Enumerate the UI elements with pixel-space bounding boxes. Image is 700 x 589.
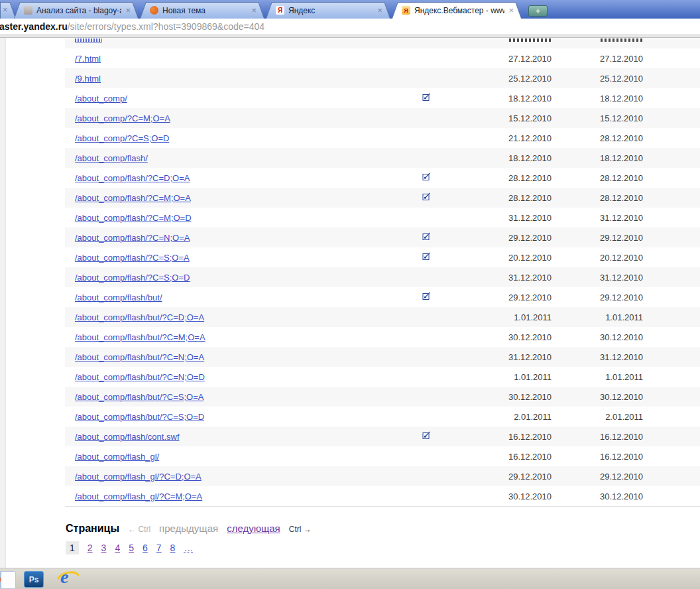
pages-label: Страницы — [66, 523, 119, 535]
note-edit-icon[interactable] — [422, 292, 431, 300]
internet-explorer-icon[interactable]: e — [57, 569, 80, 589]
last-date: 16.12.2010 — [600, 432, 643, 442]
note-edit-icon[interactable] — [422, 192, 431, 201]
first-date: 29.12.2010 — [508, 293, 552, 302]
table-row: /about_comp/flash/?C=N;O=A29.12.201029.1… — [65, 228, 700, 247]
table-row: /about_comp/flash/but/?C=N;O=A31.12.2010… — [65, 347, 700, 367]
prev-page-link-disabled: предыдущая — [159, 523, 218, 534]
table-row: /about_comp/flash/?C=D;O=A28.12.201028.1… — [65, 168, 700, 188]
error-url-link[interactable]: /about_comp/flash/?C=M;O=D — [75, 213, 192, 223]
last-date: 16.12.2010 — [600, 452, 643, 462]
page-number-link[interactable]: 5 — [129, 543, 134, 553]
last-date: 28.12.2010 — [600, 173, 643, 183]
error-url-link[interactable]: /about_comp/flash/?C=M;O=A — [75, 193, 191, 203]
table-row: /about_comp/flash/?C=S;O=D31.12.201031.1… — [65, 267, 700, 287]
left-edge-strip — [0, 38, 6, 568]
table-row: /about_comp/flash_gl/?C=D;O=A29.12.20102… — [65, 466, 700, 486]
error-url-link[interactable]: /about_comp/flash_gl/?C=D;O=A — [75, 472, 202, 482]
error-url-link[interactable]: /7.html — [75, 54, 101, 64]
error-url-link[interactable]: /about_comp/flash_gl/ — [75, 452, 159, 462]
error-url-link[interactable]: /about_comp/flash/?C=N;O=A — [75, 233, 190, 243]
page-number-link[interactable]: 4 — [115, 543, 120, 553]
error-url-link[interactable]: /about_comp/flash_gl/?C=M;O=A — [75, 491, 202, 501]
table-row: /about_comp/?C=S;O=D21.12.201028.12.2010 — [65, 128, 700, 148]
first-date: 1.01.2011 — [514, 312, 552, 322]
error-url-link[interactable]: /about_comp/flash/but/?C=N;O=D — [75, 372, 205, 382]
note-edit-icon[interactable] — [422, 232, 431, 241]
error-url-table: /7.html27.12.201027.12.2010/9.html25.12.… — [65, 38, 700, 507]
error-url-link[interactable]: /about_comp/flash/but/?C=S;O=A — [75, 392, 204, 402]
first-date: 30.12.2010 — [508, 491, 552, 501]
prev-ctrl-hint: ← Ctrl — [128, 525, 150, 534]
page-number-link[interactable]: … — [184, 543, 193, 553]
error-url-link[interactable]: /about_comp/flash/but/?C=S;O=D — [75, 412, 204, 422]
first-date: 20.12.2010 — [508, 253, 552, 263]
error-url-link[interactable]: /about_comp/flash/but/ — [75, 293, 162, 302]
error-url-link[interactable]: /about_comp/?C=S;O=D — [75, 133, 169, 143]
page-number-link[interactable]: 8 — [170, 543, 176, 553]
first-date: 18.12.2010 — [508, 153, 552, 163]
table-row: /7.html27.12.201027.12.2010 — [65, 48, 700, 68]
error-url-link[interactable]: /9.html — [75, 74, 101, 84]
error-url-link[interactable]: /about_comp/?C=M;O=A — [75, 113, 170, 123]
note-edit-icon[interactable] — [422, 172, 431, 181]
first-date: 31.12.2010 — [508, 273, 552, 283]
app-icon-partial[interactable]: ▶ — [0, 571, 20, 588]
new-tab-button[interactable]: + — [528, 5, 548, 17]
error-url-link[interactable]: /about_comp/flash/ — [75, 153, 148, 163]
clipped-date-fragment — [601, 38, 643, 42]
table-row: /about_comp/flash/?C=S;O=A20.12.201020.1… — [65, 247, 700, 267]
page-number-link[interactable]: 3 — [101, 543, 107, 553]
error-url-link[interactable]: /about_comp/flash/but/?C=N;O=A — [75, 352, 204, 362]
table-row: /about_comp/flash/but/?C=N;O=D1.01.20111… — [65, 367, 700, 387]
note-edit-icon[interactable] — [422, 431, 431, 440]
error-url-link[interactable]: /about_comp/flash/?C=D;O=A — [75, 173, 190, 183]
first-date: 27.12.2010 — [508, 54, 552, 64]
last-date: 31.12.2010 — [600, 213, 643, 223]
error-url-link[interactable]: /about_comp/flash/?C=S;O=A — [75, 253, 190, 263]
note-edit-icon[interactable] — [422, 252, 431, 261]
first-date: 28.12.2010 — [508, 193, 552, 203]
error-url-link[interactable]: /about_comp/flash/but/?C=D;O=A — [75, 312, 204, 322]
tab-site-analysis[interactable]: Анализ сайта - blagoy-art... × — [14, 2, 139, 19]
table-row: /about_comp/?C=M;O=A15.12.201015.12.2010 — [65, 108, 700, 128]
last-date: 30.12.2010 — [600, 491, 643, 501]
page-number-link[interactable]: 2 — [88, 543, 93, 553]
table-row: /about_comp/flash_gl/16.12.201016.12.201… — [65, 446, 700, 466]
tab-yandex-webmaster-active[interactable]: Я Яндекс.Вебмастер - www... × — [392, 2, 522, 19]
error-url-link[interactable]: /about_comp/flash/?C=S;O=D — [75, 273, 190, 283]
error-url-link[interactable]: /about_comp/ — [75, 94, 127, 103]
address-bar[interactable]: aster.yandex.ru/site/errors/types.xml?ho… — [0, 19, 700, 34]
page-number-link[interactable]: 6 — [143, 543, 148, 553]
photoshop-icon[interactable]: Ps — [24, 571, 44, 588]
error-url-link[interactable]: /about_comp/flash/cont.swf — [75, 432, 180, 442]
tab-close-icon[interactable]: × — [251, 6, 257, 15]
table-row: /about_comp/flash/but/?C=S;O=A30.12.2010… — [65, 387, 700, 407]
table-row: /about_comp/flash/18.12.201018.12.2010 — [65, 148, 700, 168]
ie-swoosh — [57, 569, 80, 589]
tab-new-topic[interactable]: Новая тема × — [140, 2, 264, 19]
table-row: /about_comp/flash/but/?C=S;O=D2.01.20112… — [65, 407, 700, 426]
tab-close-icon[interactable]: × — [508, 6, 514, 15]
generic-favicon — [24, 6, 32, 15]
last-date: 18.12.2010 — [600, 153, 643, 163]
tab-yandex[interactable]: Я Яндекс × — [266, 2, 390, 19]
next-page-link[interactable]: следующая — [227, 523, 280, 534]
tab-title: Яндекс.Вебмастер - www... — [414, 6, 504, 15]
last-date: 18.12.2010 — [600, 94, 643, 103]
pagination-controls: Страницы ← Ctrl предыдущая следующая Ctr… — [66, 523, 312, 535]
first-date: 2.01.2011 — [514, 412, 552, 422]
clipped-link-fragment — [75, 38, 102, 42]
tab-close-icon[interactable]: × — [125, 6, 131, 15]
tab-close-icon[interactable]: × — [377, 6, 382, 15]
table-row: /about_comp/flash/?C=M;O=A28.12.201028.1… — [65, 188, 700, 208]
note-edit-icon[interactable] — [422, 93, 431, 101]
page-number-list: 12345678… — [66, 541, 193, 555]
last-date: 1.01.2011 — [605, 372, 643, 382]
tab-close-icon[interactable]: × — [3, 5, 8, 14]
page-number-link[interactable]: 7 — [156, 543, 162, 553]
table-row: /about_comp/flash/but/?C=M;O=A30.12.2010… — [65, 327, 700, 347]
last-date: 30.12.2010 — [600, 392, 643, 402]
table-bottom-border — [65, 506, 700, 507]
error-url-link[interactable]: /about_comp/flash/but/?C=M;O=A — [75, 332, 205, 342]
